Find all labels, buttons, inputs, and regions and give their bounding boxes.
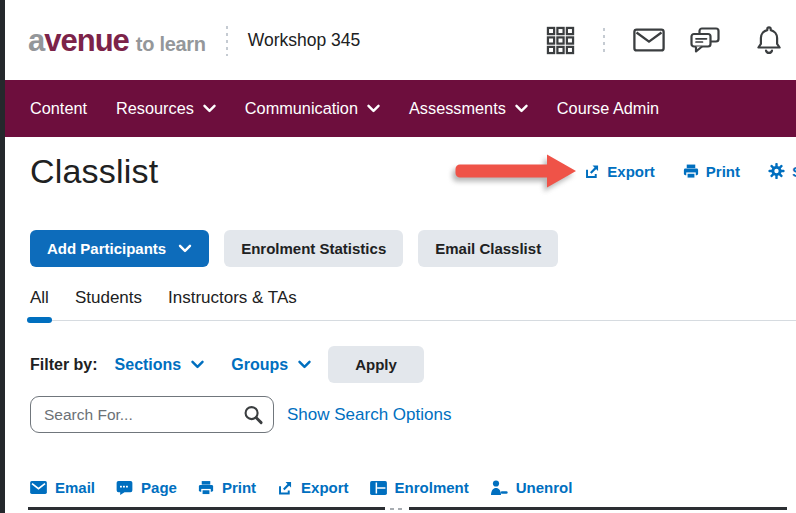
nav-label: Resources: [116, 99, 194, 118]
export-icon: [277, 480, 293, 496]
chat-icon[interactable]: [690, 27, 720, 53]
app-grid-icon[interactable]: [546, 26, 575, 55]
search-row: Show Search Options: [30, 396, 796, 433]
print-button[interactable]: Print: [683, 163, 740, 180]
search-button[interactable]: [243, 404, 264, 425]
bell-icon[interactable]: [756, 25, 782, 55]
apply-button[interactable]: Apply: [328, 346, 424, 383]
enrolment-statistics-label: Enrolment Statistics: [241, 240, 386, 257]
export-icon: [584, 163, 600, 179]
enrolment-statistics-button[interactable]: Enrolment Statistics: [224, 230, 403, 267]
nav-label: Assessments: [409, 99, 506, 118]
email-icon: [30, 481, 47, 494]
toolbar-enrolment-label: Enrolment: [395, 479, 469, 496]
chevron-down-icon: [515, 104, 528, 113]
table-border-dot: [398, 508, 402, 510]
settings-button[interactable]: S: [768, 163, 796, 180]
print-icon: [683, 163, 699, 179]
toolbar-page-button[interactable]: Page: [116, 479, 177, 496]
course-navbar: Content Resources Communication Assessme…: [0, 80, 796, 137]
groups-dropdown[interactable]: Groups: [231, 356, 311, 374]
table-border-segment: [409, 507, 787, 510]
classlist-tabs: All Students Instructors & TAs: [30, 288, 796, 321]
enrolment-icon: [370, 481, 387, 495]
minibar-icons: [546, 25, 788, 55]
filter-by-label: Filter by:: [30, 356, 98, 374]
page-actions: Export Print S: [584, 163, 796, 180]
nav-label: Communication: [245, 99, 358, 118]
unenrol-icon: [490, 480, 508, 495]
show-search-options-link[interactable]: Show Search Options: [287, 405, 451, 425]
groups-label: Groups: [231, 356, 288, 374]
classlist-toolbar: Email Page Print Export Enrolment Unenro…: [30, 479, 796, 496]
minibar-icons-divider: [602, 26, 606, 54]
course-title[interactable]: Workshop 345: [248, 30, 361, 51]
nav-item-assessments[interactable]: Assessments: [409, 99, 528, 118]
apply-label: Apply: [355, 356, 397, 373]
tab-instructors-tas[interactable]: Instructors & TAs: [168, 288, 297, 308]
table-border-dot: [390, 508, 394, 510]
toolbar-unenrol-button[interactable]: Unenrol: [490, 479, 573, 496]
chevron-down-icon: [367, 104, 380, 113]
sections-dropdown[interactable]: Sections: [115, 356, 205, 374]
add-participants-button[interactable]: Add Participants: [30, 230, 209, 267]
page-icon: [116, 480, 133, 495]
chevron-down-icon: [191, 360, 204, 369]
toolbar-print-label: Print: [222, 479, 256, 496]
search-input[interactable]: [31, 397, 273, 432]
nav-label: Course Admin: [557, 99, 659, 118]
window-left-edge: [0, 0, 5, 513]
nav-label: Content: [30, 99, 87, 118]
logo-tagline: to learn: [136, 33, 206, 56]
add-participants-label: Add Participants: [47, 240, 166, 257]
search-icon: [243, 404, 264, 425]
print-label: Print: [706, 163, 740, 180]
email-classlist-button[interactable]: Email Classlist: [418, 230, 558, 267]
tab-all[interactable]: All: [30, 288, 49, 308]
gear-icon: [768, 163, 785, 180]
settings-label-partial: S: [792, 163, 796, 180]
export-button[interactable]: Export: [584, 163, 655, 180]
main-content: Classlist Export Print S Add Participant…: [0, 149, 796, 496]
toolbar-export-label: Export: [301, 479, 349, 496]
toolbar-email-button[interactable]: Email: [30, 479, 95, 496]
chevron-down-icon: [203, 104, 216, 113]
print-icon: [198, 480, 214, 496]
avenue-logo[interactable]: avenue to learn: [28, 25, 206, 56]
red-arrow-annotation: [454, 151, 580, 191]
toolbar-unenrol-label: Unenrol: [516, 479, 573, 496]
chevron-down-icon: [298, 360, 311, 369]
nav-item-content[interactable]: Content: [30, 99, 87, 118]
toolbar-email-label: Email: [55, 479, 95, 496]
tab-students[interactable]: Students: [75, 288, 142, 308]
search-box: [30, 396, 274, 433]
logo-brand: venue: [44, 25, 129, 56]
minibar-divider: [225, 24, 229, 56]
toolbar-enrolment-button[interactable]: Enrolment: [370, 479, 469, 496]
chevron-down-icon: [178, 244, 192, 253]
nav-item-communication[interactable]: Communication: [245, 99, 380, 118]
sections-label: Sections: [115, 356, 182, 374]
buttons-row: Add Participants Enrolment Statistics Em…: [30, 230, 796, 267]
filter-row: Filter by: Sections Groups Apply: [30, 346, 796, 383]
minibar: avenue to learn Workshop 345: [0, 0, 796, 80]
email-icon[interactable]: [633, 28, 665, 52]
nav-item-course-admin[interactable]: Course Admin: [557, 99, 659, 118]
toolbar-print-button[interactable]: Print: [198, 479, 256, 496]
logo-prefix: a: [28, 25, 44, 56]
nav-item-resources[interactable]: Resources: [116, 99, 216, 118]
toolbar-export-button[interactable]: Export: [277, 479, 349, 496]
email-classlist-label: Email Classlist: [435, 240, 541, 257]
page-title: Classlist: [30, 152, 158, 191]
toolbar-page-label: Page: [141, 479, 177, 496]
title-row: Classlist Export Print S: [30, 149, 796, 193]
table-top-border: [0, 507, 796, 510]
export-label: Export: [607, 163, 655, 180]
table-border-segment: [28, 507, 385, 510]
